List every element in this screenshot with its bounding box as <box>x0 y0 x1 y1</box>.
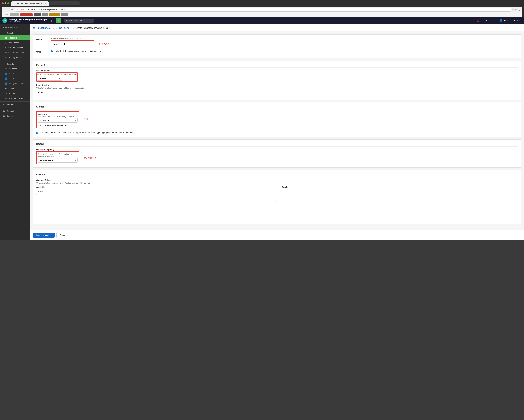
version-policy-label: Version policy: <box>36 70 518 72</box>
tab-close-btn[interactable]: ✕ <box>44 2 46 5</box>
sidebar-item-routing-rules[interactable]: ⇄ Routing Rules <box>0 55 30 60</box>
bookmark-apps[interactable]: 应用 <box>4 13 9 16</box>
sidebar-section-repository[interactable]: ▼ Repository <box>0 30 30 35</box>
alert-btn[interactable]: ⚠ <box>475 18 480 23</box>
cleanup-applied-col: Applied <box>282 186 518 221</box>
settings-btn[interactable]: ⚙ <box>56 18 61 23</box>
sidebar-item-realms[interactable]: ★ Realms <box>0 91 30 96</box>
close-traffic-light[interactable] <box>2 2 4 4</box>
breadcrumb-select-recipe-link[interactable]: Select Recipe <box>56 27 69 29</box>
logo-icon: N <box>2 18 7 23</box>
content-selectors-icon: ☰ <box>5 51 7 54</box>
help-btn[interactable]: ? <box>491 18 497 23</box>
active-browser-tab[interactable]: 🗂 Repositories - Nexus Reposito... ✕ <box>11 1 49 6</box>
tab-favicon: 🗂 <box>14 2 15 4</box>
app-title: Sonatype Nexus Repository Manager <box>9 18 47 21</box>
filter-input[interactable] <box>40 190 271 193</box>
name-input[interactable] <box>53 42 93 46</box>
user-label: admin <box>504 19 509 22</box>
anon-label: Anonymous Access <box>9 82 26 85</box>
new-tab-btn[interactable]: + <box>49 1 80 5</box>
sidebar-admin-header: Administration <box>0 25 30 30</box>
menu-icon[interactable]: ⋮ <box>518 9 521 11</box>
repositories-label: Repositories <box>9 37 19 39</box>
applied-label: Applied <box>282 186 518 188</box>
bookmark-5[interactable] <box>49 13 60 16</box>
signout-btn[interactable]: → Sign out <box>512 19 522 22</box>
sidebar-item-repositories[interactable]: ▦ Repositories <box>0 35 30 40</box>
move-left-btn[interactable]: ‹ <box>275 197 279 201</box>
bookmark-1[interactable] <box>10 13 19 16</box>
sidebar-item-ldap[interactable]: ◈ LDAP <box>0 86 30 91</box>
minimize-traffic-light[interactable] <box>5 2 7 4</box>
bookmarks-bar: 应用 <box>2 12 522 17</box>
version-policy-select[interactable]: Release Snapshot Mixed <box>37 76 62 80</box>
layout-policy-hint: Validate that all paths are maven artifa… <box>36 87 518 89</box>
online-field-content: If checked, the repository accepts incom… <box>51 50 518 52</box>
forward-btn[interactable]: › <box>7 8 9 11</box>
cleanup-section: Cleanup Cleanup Policies: Components tha… <box>33 170 521 224</box>
deployment-row: Controls if deployments of and updates t… <box>36 151 518 164</box>
refresh-app-btn[interactable]: ↻ <box>483 18 489 23</box>
name-label: Name: <box>36 38 49 41</box>
section-repository-label: Repository <box>7 32 16 34</box>
back-btn[interactable]: ‹ <box>3 8 6 11</box>
refresh-btn[interactable]: ↻ <box>10 8 14 11</box>
create-repository-button[interactable]: Create repository <box>33 233 55 238</box>
online-hint: If checked, the repository accepts incom… <box>54 50 101 52</box>
name-field-row: Name: A unique identifier for this repos… <box>36 38 518 48</box>
app-title-block: Sonatype Nexus Repository Manager OSS 3.… <box>9 18 47 23</box>
online-field-row: Online: If checked, the repository accep… <box>36 50 518 53</box>
name-hint: A unique identifier for this repository <box>51 38 518 40</box>
sidebar-item-content-selectors[interactable]: ☰ Content Selectors <box>0 50 30 55</box>
bookmark-4[interactable] <box>42 13 48 16</box>
cleanup-label: Cleanup Policies <box>9 46 23 49</box>
layout-policy-select[interactable]: Strict Permissive <box>36 90 144 94</box>
online-checkbox[interactable] <box>51 50 53 52</box>
sidebar-item-roles[interactable]: 👤 Roles <box>0 71 30 76</box>
bookmark-icon[interactable]: ☆ <box>512 9 514 11</box>
url-text: 10.211.55.74:8081/#admin/repository/repo… <box>25 9 66 11</box>
deployment-policy-select[interactable]: Allow redeploy Disable redeploy Read-onl… <box>38 158 78 162</box>
sidebar-item-cleanup-policies[interactable]: ✎ Cleanup Policies <box>0 45 30 50</box>
blob-store-select[interactable]: mvn-store default <box>38 118 78 123</box>
security-expand-icon: ▼ <box>3 63 5 65</box>
user-menu[interactable]: 👤 admin <box>499 19 509 22</box>
applied-list[interactable] <box>282 194 518 221</box>
available-list[interactable] <box>36 194 272 217</box>
online-checkbox-row: If checked, the repository accepts incom… <box>51 50 518 52</box>
filter-wrapper: ▼ <box>36 189 272 193</box>
bookmark-2[interactable] <box>20 13 33 16</box>
strict-content-hint: Validate that all content uploaded to th… <box>40 131 133 134</box>
sidebar-section-system[interactable]: ▶ System <box>0 113 30 118</box>
sidebar-item-iq-server[interactable]: ⊕ IQ Server <box>0 102 30 107</box>
bookmark-3[interactable] <box>34 13 41 16</box>
storage-section: Storage Blob store: Blob store used to s… <box>33 102 521 137</box>
sidebar-section-security[interactable]: ▼ Security <box>0 61 30 66</box>
extension-icon[interactable]: ⚙ <box>515 9 517 11</box>
chevron-icon: ▼ <box>3 32 5 34</box>
sidebar-section-support[interactable]: ▶ Support <box>0 108 30 113</box>
privileges-icon: ★ <box>5 67 7 70</box>
sidebar-item-privileges[interactable]: ★ Privileges <box>0 66 30 71</box>
breadcrumb-repositories-link[interactable]: Repositories <box>37 27 50 29</box>
maximize-traffic-light[interactable] <box>7 2 9 4</box>
blob-stores-icon: ◫ <box>5 41 7 44</box>
strict-content-checkbox[interactable] <box>36 132 38 134</box>
maven2-section: Maven 2 Version policy: What type of art… <box>33 61 521 100</box>
blob-store-hint: Blob store used to store repository cont… <box>38 116 78 117</box>
deployment-policy-label: Deployment policy: <box>36 148 518 151</box>
search-input[interactable] <box>64 19 94 23</box>
users-icon: 👤 <box>5 77 7 80</box>
cancel-button[interactable]: Cancel <box>56 233 69 238</box>
move-right-btn[interactable]: › <box>275 192 279 196</box>
sidebar-item-anonymous-access[interactable]: 👤 Anonymous Access <box>0 81 30 86</box>
bookmark-6[interactable] <box>61 13 68 16</box>
sidebar-item-ssl-certificates[interactable]: ◈ SSL Certificates <box>0 96 30 101</box>
sidebar-item-blob-stores[interactable]: ◫ Blob Stores <box>0 40 30 45</box>
box-icon-btn[interactable]: ◻ <box>49 18 55 23</box>
online-label: Online: <box>36 50 49 53</box>
breadcrumb-current-label: Create Repository: maven2 (hosted) <box>76 27 110 29</box>
url-bar[interactable]: ⚠ 不安全 10.211.55.74:8081/#admin/repositor… <box>15 8 511 12</box>
sidebar-item-users[interactable]: 👤 Users <box>0 76 30 81</box>
